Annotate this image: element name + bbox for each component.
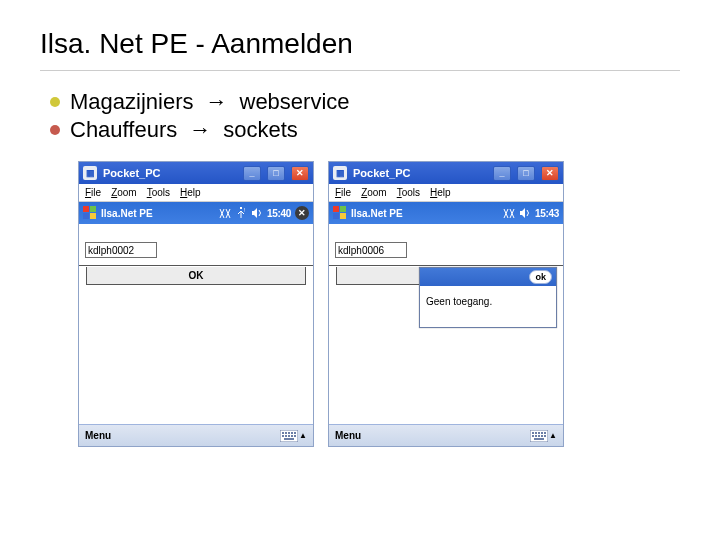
bullet-left-text: Chauffeurs — [70, 117, 177, 143]
pocket-pc-icon: ▦ — [83, 166, 97, 180]
menu-tools[interactable]: Tools — [397, 187, 420, 198]
svg-rect-9 — [285, 435, 287, 437]
svg-rect-21 — [535, 435, 537, 437]
bullet-dot-icon — [50, 125, 60, 135]
menu-file[interactable]: File — [85, 187, 101, 198]
status-icons: 15:43 — [503, 207, 559, 219]
svg-rect-7 — [294, 432, 296, 434]
emulator-left: ▦ Pocket_PC _ □ ✕ File Zoom Tools Help I… — [78, 161, 314, 447]
keyboard-icon[interactable]: ▲ — [280, 430, 307, 442]
maximize-button[interactable]: □ — [267, 166, 285, 181]
svg-rect-0 — [240, 207, 242, 209]
window-titlebar: ▦ Pocket_PC _ □ ✕ — [329, 162, 563, 184]
bottom-bar: Menu ▲ — [79, 424, 313, 446]
bullet-list: Magazijniers → webservice Chauffeurs → s… — [50, 89, 720, 143]
menu-bar: File Zoom Tools Help — [79, 184, 313, 202]
pda-header: Ilsa.Net PE 15:43 — [329, 202, 563, 224]
svg-rect-23 — [541, 435, 543, 437]
maximize-button[interactable]: □ — [517, 166, 535, 181]
status-icons: ! 15:40 ✕ — [219, 206, 309, 220]
separator — [79, 265, 313, 266]
svg-rect-16 — [535, 432, 537, 434]
slide-title: Ilsa. Net PE - Aanmelden — [40, 28, 720, 60]
bullet-item: Chauffeurs → sockets — [50, 117, 720, 143]
svg-rect-5 — [288, 432, 290, 434]
separator — [329, 265, 563, 266]
window-title: Pocket_PC — [353, 167, 487, 179]
speaker-icon — [519, 207, 531, 219]
svg-rect-25 — [534, 438, 544, 440]
bottom-bar: Menu ▲ — [329, 424, 563, 446]
svg-rect-24 — [544, 435, 546, 437]
ok-button[interactable]: OK — [86, 267, 306, 285]
pocket-pc-icon: ▦ — [333, 166, 347, 180]
clock: 15:43 — [535, 208, 559, 219]
close-circle-icon[interactable]: ✕ — [295, 206, 309, 220]
keyboard-icon[interactable]: ▲ — [530, 430, 557, 442]
svg-rect-12 — [294, 435, 296, 437]
menu-file[interactable]: File — [335, 187, 351, 198]
menu-help[interactable]: Help — [430, 187, 451, 198]
dialog-titlebar: ok — [420, 268, 556, 286]
app-name: Ilsa.Net PE — [101, 208, 215, 219]
client-area: kdlph0002 OK — [79, 224, 313, 424]
svg-rect-15 — [532, 432, 534, 434]
start-flag-icon[interactable] — [83, 206, 97, 220]
close-button[interactable]: ✕ — [291, 166, 309, 181]
svg-rect-6 — [291, 432, 293, 434]
minimize-button[interactable]: _ — [243, 166, 261, 181]
login-input[interactable]: kdlph0006 — [335, 242, 407, 258]
menu-help[interactable]: Help — [180, 187, 201, 198]
close-button[interactable]: ✕ — [541, 166, 559, 181]
speaker-icon — [251, 207, 263, 219]
connectivity-icon — [219, 207, 231, 219]
caret-up-icon: ▲ — [549, 431, 557, 440]
menu-tools[interactable]: Tools — [147, 187, 170, 198]
window-title: Pocket_PC — [103, 167, 237, 179]
svg-rect-13 — [284, 438, 294, 440]
bullet-left-text: Magazijniers — [70, 89, 194, 115]
connectivity-icon — [503, 207, 515, 219]
arrow-icon: → — [189, 117, 211, 143]
signal-icon: ! — [235, 207, 247, 219]
caret-up-icon: ▲ — [299, 431, 307, 440]
error-dialog: ok Geen toegang. — [419, 267, 557, 328]
client-area: kdlph0006 OK ok Geen toegang. — [329, 224, 563, 424]
menu-bar: File Zoom Tools Help — [329, 184, 563, 202]
window-titlebar: ▦ Pocket_PC _ □ ✕ — [79, 162, 313, 184]
svg-rect-4 — [285, 432, 287, 434]
title-divider — [40, 70, 680, 71]
arrow-icon: → — [206, 89, 228, 115]
pda-header: Ilsa.Net PE ! 15:40 ✕ — [79, 202, 313, 224]
menu-softkey[interactable]: Menu — [335, 430, 361, 441]
svg-rect-11 — [291, 435, 293, 437]
minimize-button[interactable]: _ — [493, 166, 511, 181]
svg-rect-3 — [282, 432, 284, 434]
svg-rect-17 — [538, 432, 540, 434]
dialog-ok-button[interactable]: ok — [529, 270, 552, 284]
bullet-item: Magazijniers → webservice — [50, 89, 720, 115]
bullet-dot-icon — [50, 97, 60, 107]
app-name: Ilsa.Net PE — [351, 208, 499, 219]
menu-zoom[interactable]: Zoom — [361, 187, 387, 198]
svg-rect-18 — [541, 432, 543, 434]
clock: 15:40 — [267, 208, 291, 219]
bullet-right-text: webservice — [240, 89, 350, 115]
svg-rect-22 — [538, 435, 540, 437]
svg-text:!: ! — [244, 207, 245, 213]
dialog-message: Geen toegang. — [420, 286, 556, 327]
emulator-row: ▦ Pocket_PC _ □ ✕ File Zoom Tools Help I… — [78, 161, 720, 447]
svg-rect-19 — [544, 432, 546, 434]
menu-zoom[interactable]: Zoom — [111, 187, 137, 198]
emulator-right: ▦ Pocket_PC _ □ ✕ File Zoom Tools Help I… — [328, 161, 564, 447]
bullet-right-text: sockets — [223, 117, 298, 143]
login-input[interactable]: kdlph0002 — [85, 242, 157, 258]
start-flag-icon[interactable] — [333, 206, 347, 220]
svg-rect-8 — [282, 435, 284, 437]
svg-rect-20 — [532, 435, 534, 437]
svg-rect-10 — [288, 435, 290, 437]
menu-softkey[interactable]: Menu — [85, 430, 111, 441]
